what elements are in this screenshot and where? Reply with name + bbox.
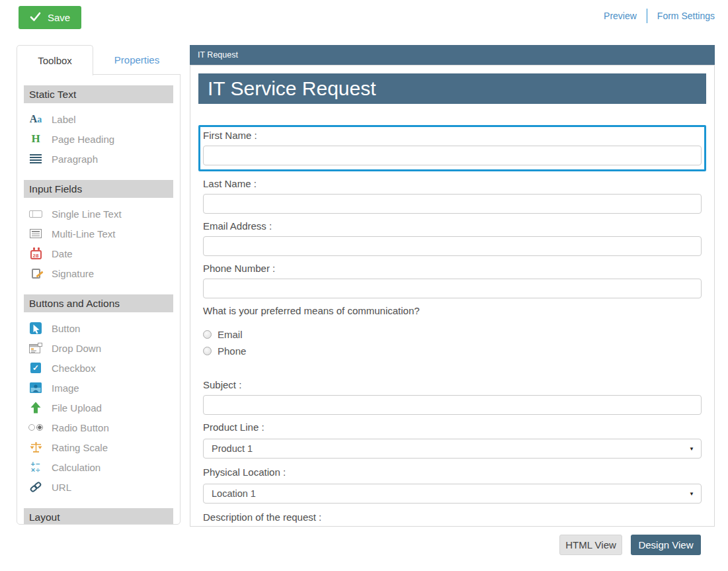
form-settings-link[interactable]: Form Settings <box>657 11 715 21</box>
field-label: Subject : <box>203 378 702 391</box>
radio-icon[interactable] <box>203 330 212 339</box>
last-name-input[interactable] <box>203 194 702 214</box>
radio-icon[interactable] <box>203 347 212 355</box>
label-icon <box>28 113 44 125</box>
tool-calculation[interactable]: Calculation <box>17 457 180 477</box>
sidebar-body: Static Text Label Page Heading Paragraph… <box>17 74 181 525</box>
radio-button-icon <box>28 424 44 431</box>
save-button[interactable]: Save <box>19 6 81 29</box>
form-title-heading[interactable]: IT Service Request <box>198 73 706 104</box>
field-product-line[interactable]: Product Line : Product 1 ▼ <box>198 419 706 459</box>
tab-toolbox[interactable]: Toolbox <box>17 45 93 75</box>
single-line-text-icon <box>28 210 44 218</box>
file-upload-icon <box>28 402 44 414</box>
button-icon <box>28 322 44 334</box>
date-icon <box>28 247 44 259</box>
tool-multi-line-text[interactable]: Multi-Line Text <box>17 224 180 243</box>
select-value: Product 1 <box>212 443 253 454</box>
radio-option-phone[interactable]: Phone <box>203 345 702 356</box>
subject-input[interactable] <box>203 395 702 415</box>
field-label: What is your preferred means of communic… <box>203 304 702 317</box>
paragraph-icon <box>28 154 44 163</box>
tab-properties[interactable]: Properties <box>93 45 181 75</box>
form-canvas-panel: IT Request IT Service Request First Name… <box>190 45 715 527</box>
signature-icon <box>28 269 44 279</box>
tool-checkbox[interactable]: Checkbox <box>17 358 180 378</box>
preview-link[interactable]: Preview <box>604 11 637 21</box>
checkbox-icon <box>28 363 44 373</box>
tool-paragraph[interactable]: Paragraph <box>17 149 180 169</box>
calculation-icon <box>28 461 44 473</box>
section-static-text: Static Text <box>24 85 173 103</box>
links-divider <box>647 9 647 23</box>
section-buttons-actions: Buttons and Actions <box>24 294 173 312</box>
field-physical-location[interactable]: Physical Location : Location 1 ▼ <box>198 464 706 504</box>
drop-down-icon <box>28 343 44 353</box>
radio-option-email[interactable]: Email <box>203 329 702 339</box>
field-label: Email Address : <box>203 220 702 232</box>
field-communication-preference[interactable]: What is your preferred means of communic… <box>198 302 706 373</box>
field-first-name[interactable]: First Name : <box>198 125 706 171</box>
rating-scale-icon <box>28 442 44 453</box>
field-last-name[interactable]: Last Name : <box>198 175 706 214</box>
field-email-address[interactable]: Email Address : <box>198 218 706 256</box>
tool-radio-button[interactable]: Radio Button <box>17 417 180 437</box>
chevron-down-icon: ▼ <box>689 446 694 452</box>
page-heading-icon <box>28 132 44 146</box>
html-view-button[interactable]: HTML View <box>559 535 622 555</box>
tool-page-heading[interactable]: Page Heading <box>17 129 180 149</box>
tool-label[interactable]: Label <box>17 109 180 129</box>
tool-url[interactable]: URL <box>17 477 180 497</box>
tool-single-line-text[interactable]: Single Line Text <box>17 204 180 224</box>
field-phone-number[interactable]: Phone Number : <box>198 260 706 298</box>
tool-date[interactable]: Date <box>17 243 180 263</box>
field-subject[interactable]: Subject : <box>198 376 706 415</box>
phone-number-input[interactable] <box>203 279 702 298</box>
product-line-select[interactable]: Product 1 ▼ <box>203 439 702 459</box>
physical-location-select[interactable]: Location 1 ▼ <box>203 484 702 504</box>
tool-signature[interactable]: Signature <box>17 263 180 283</box>
field-label: Product Line : <box>203 421 702 433</box>
tool-drop-down[interactable]: Drop Down <box>17 338 180 358</box>
field-label: First Name : <box>203 129 702 142</box>
tool-rating-scale[interactable]: Rating Scale <box>17 437 180 457</box>
chevron-down-icon: ▼ <box>689 491 694 497</box>
save-button-label: Save <box>48 12 70 23</box>
top-links: Preview Form Settings <box>604 9 715 23</box>
check-icon <box>30 12 41 24</box>
design-view-button[interactable]: Design View <box>631 535 701 555</box>
section-layout: Layout <box>24 508 173 525</box>
multi-line-text-icon <box>28 229 44 238</box>
field-label: Phone Number : <box>203 262 702 275</box>
sidebar-tabs: Toolbox Properties <box>17 45 181 75</box>
field-label: Physical Location : <box>203 466 702 478</box>
field-label: Last Name : <box>203 177 702 190</box>
panel-title: IT Request <box>190 45 715 65</box>
email-address-input[interactable] <box>203 236 702 256</box>
tool-image[interactable]: Image <box>17 378 180 398</box>
tool-button[interactable]: Button <box>17 318 180 338</box>
image-icon <box>28 382 44 393</box>
field-description[interactable]: Description of the request : <box>198 509 706 523</box>
first-name-input[interactable] <box>203 146 702 165</box>
toolbox-sidebar: Toolbox Properties Static Text Label Pag… <box>17 45 181 525</box>
tool-file-upload[interactable]: File Upload <box>17 398 180 417</box>
select-value: Location 1 <box>212 488 256 499</box>
url-icon <box>28 481 44 493</box>
section-input-fields: Input Fields <box>24 180 173 198</box>
field-label: Description of the request : <box>203 511 702 523</box>
form-design-surface: IT Service Request First Name : Last Nam… <box>190 65 715 527</box>
